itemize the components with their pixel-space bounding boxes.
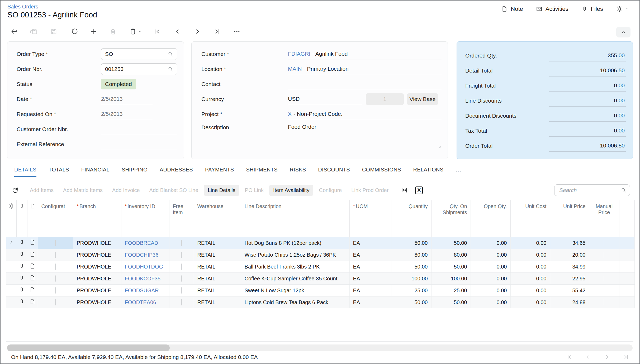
quantity-cell[interactable]: 100.00: [391, 273, 431, 285]
files-button[interactable]: Files: [581, 6, 603, 12]
search-icon[interactable]: [167, 51, 174, 57]
order-type-field[interactable]: SO: [101, 48, 177, 60]
open-qty-cell[interactable]: 0.00: [471, 237, 510, 249]
line-description-cell[interactable]: Liptons Cold Brew Tea Bags 6 Pack: [241, 296, 349, 308]
manual-price-checkbox[interactable]: [604, 252, 604, 258]
quantity-cell[interactable]: 25.00: [391, 285, 431, 296]
unit-cost-cell[interactable]: 0.00: [510, 285, 550, 296]
warehouse-cell[interactable]: RETAIL: [194, 249, 241, 261]
tab-discounts[interactable]: DISCOUNTS: [318, 167, 350, 177]
paperclip-icon[interactable]: [18, 298, 25, 305]
qty-on-shipments-cell[interactable]: 50.00: [431, 237, 471, 249]
column-header-unit-cost[interactable]: Unit Cost: [510, 200, 550, 237]
column-header-line-description[interactable]: Line Description: [241, 200, 349, 237]
column-header-unit-price[interactable]: Unit Price: [550, 200, 589, 237]
free-item-checkbox[interactable]: [181, 252, 182, 258]
customer-order-nbr-field[interactable]: [101, 123, 177, 135]
project-field[interactable]: X - Non-Project Code.: [288, 108, 442, 120]
quantity-cell[interactable]: 50.00: [391, 296, 431, 308]
description-field[interactable]: Food Order: [288, 122, 442, 151]
line-description-cell[interactable]: Hot Dog Buns 8 PK (12per pack): [241, 237, 349, 249]
line-description-cell[interactable]: Coffee K-Cup Sampler Coffee 35 Count: [241, 273, 349, 285]
delete-button[interactable]: [109, 27, 117, 36]
column-header-warehouse[interactable]: Warehouse: [194, 200, 241, 237]
configurable-checkbox[interactable]: [55, 264, 56, 270]
note-button[interactable]: Note: [501, 6, 523, 12]
configurable-checkbox[interactable]: [55, 287, 56, 294]
grid-row-1-selected[interactable]: PRODWHOLE FOODBREAD RETAIL Hot Dog Buns …: [6, 237, 634, 249]
uom-cell[interactable]: EA: [349, 237, 391, 249]
next-record-button[interactable]: [193, 27, 201, 36]
qty-on-shipments-cell[interactable]: 50.00: [431, 296, 471, 308]
column-header-open-qty[interactable]: Open Qty.: [471, 200, 510, 237]
currency-field[interactable]: USD: [288, 93, 362, 105]
warehouse-cell[interactable]: RETAIL: [194, 261, 241, 273]
unit-price-cell[interactable]: 24.88: [550, 296, 589, 308]
po-link-button[interactable]: PO Link: [241, 185, 268, 196]
column-header-manual-price[interactable]: Manual Price: [589, 200, 619, 237]
inventory-id-link[interactable]: FOODHOTDOG: [125, 264, 163, 270]
branch-cell[interactable]: PRODWHOLE: [73, 296, 121, 308]
manual-price-checkbox[interactable]: [604, 275, 604, 282]
tab-shipping[interactable]: SHIPPING: [122, 167, 148, 177]
tab-commissions[interactable]: COMMISSIONS: [362, 167, 401, 177]
expand-row-icon[interactable]: [9, 240, 14, 245]
paperclip-icon[interactable]: [18, 251, 25, 257]
warehouse-cell[interactable]: RETAIL: [194, 296, 241, 308]
configure-button[interactable]: Configure: [315, 185, 346, 196]
note-icon[interactable]: [29, 263, 36, 269]
manual-price-checkbox[interactable]: [604, 240, 604, 246]
inventory-id-link[interactable]: FOODCHIP36: [125, 252, 159, 258]
qty-on-shipments-cell[interactable]: 50.00: [431, 261, 471, 273]
column-header-quantity[interactable]: Quantity: [391, 200, 431, 237]
settings-menu-button[interactable]: [616, 5, 629, 13]
project-code-link[interactable]: X: [288, 111, 292, 117]
add-new-button[interactable]: [89, 27, 97, 36]
quantity-cell[interactable]: 80.00: [391, 249, 431, 261]
free-item-checkbox[interactable]: [181, 240, 182, 246]
resize-grip-icon[interactable]: [437, 145, 442, 149]
grid-row-2[interactable]: PRODWHOLE FOODCHIP36 RETAIL Wise Potato …: [6, 249, 634, 261]
line-details-button[interactable]: Line Details: [204, 185, 239, 196]
tab-totals[interactable]: TOTALS: [49, 167, 69, 177]
last-page-icon[interactable]: [622, 353, 629, 361]
line-description-cell[interactable]: Wise Potato Chips 1.25oz Bags / 36PK: [241, 249, 349, 261]
tab-details[interactable]: DETAILS: [14, 167, 36, 177]
unit-cost-cell[interactable]: 0.00: [510, 273, 550, 285]
fit-width-icon[interactable]: [400, 186, 408, 194]
tab-risks[interactable]: RISKS: [290, 167, 306, 177]
qty-on-shipments-cell[interactable]: 80.00: [431, 249, 471, 261]
inventory-id-link[interactable]: FOODBREAD: [125, 240, 158, 246]
item-availability-button[interactable]: Item Availability: [269, 185, 313, 196]
external-reference-field[interactable]: [101, 138, 177, 150]
export-excel-icon[interactable]: X: [415, 186, 423, 194]
tab-shipments[interactable]: SHIPMENTS: [246, 167, 277, 177]
contact-field[interactable]: [288, 78, 442, 90]
branch-cell[interactable]: PRODWHOLE: [73, 273, 121, 285]
grid-settings-icon[interactable]: [8, 203, 15, 209]
more-actions-button[interactable]: [233, 27, 241, 36]
open-qty-cell[interactable]: 0.00: [471, 261, 510, 273]
search-icon[interactable]: [167, 66, 174, 72]
note-icon[interactable]: [29, 286, 36, 293]
view-base-button[interactable]: View Base: [407, 93, 438, 105]
save-close-button[interactable]: [30, 27, 38, 36]
last-record-button[interactable]: [213, 27, 221, 36]
quantity-cell[interactable]: 50.00: [391, 261, 431, 273]
qty-on-shipments-cell[interactable]: 25.00: [431, 285, 471, 296]
grid-row-6[interactable]: PRODWHOLE FOODTEA06 RETAIL Liptons Cold …: [6, 296, 634, 308]
breadcrumb[interactable]: Sales Orders: [7, 4, 38, 10]
activities-button[interactable]: Activities: [536, 6, 568, 12]
column-header-branch[interactable]: *Branch: [73, 200, 121, 237]
cancel-undo-button[interactable]: [69, 27, 78, 36]
grid-row-5[interactable]: PRODWHOLE FOODSUGAR RETAIL Sweet N Low S…: [6, 285, 634, 296]
line-description-cell[interactable]: Sweet N Low Sugar 12pk: [241, 285, 349, 296]
refresh-icon[interactable]: [11, 186, 19, 194]
paperclip-icon[interactable]: [18, 263, 25, 269]
next-page-icon[interactable]: [604, 353, 611, 361]
collapse-header-button[interactable]: [616, 27, 630, 37]
uom-cell[interactable]: EA: [349, 296, 391, 308]
column-header-inventory-id[interactable]: *Inventory ID: [121, 200, 169, 237]
paperclip-icon[interactable]: [18, 239, 25, 246]
unit-cost-cell[interactable]: 0.00: [510, 261, 550, 273]
